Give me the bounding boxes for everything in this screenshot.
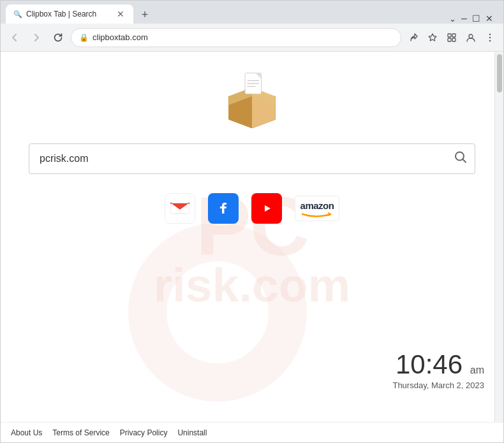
youtube-link[interactable] [251,193,282,224]
active-tab[interactable]: 🔍 Clipbox Tab | Search ✕ [6,4,133,24]
new-tab-button[interactable]: + [136,6,154,24]
address-bar[interactable]: 🔒 clipboxtab.com [71,28,401,47]
window-minimize-button[interactable]: – [461,13,467,24]
svg-rect-3 [452,38,456,41]
clipbox-logo [214,64,290,131]
window-expand-icon[interactable]: ⌄ [449,14,456,24]
gmail-link[interactable] [165,193,195,224]
clock-time: 10:46 am [392,351,484,378]
address-text: clipboxtab.com [93,33,393,42]
extensions-icon[interactable] [443,29,460,46]
amazon-link[interactable]: amazon [295,196,339,221]
search-button[interactable] [454,150,468,168]
profile-icon[interactable] [463,29,479,46]
footer: About Us Terms of Service Privacy Policy… [1,422,503,442]
svg-rect-0 [448,34,451,37]
navigation-bar: 🔒 clipboxtab.com [1,24,503,52]
share-icon[interactable] [405,29,422,46]
clock-time-value: 10:46 [396,349,463,379]
clock-ampm: am [470,365,484,375]
window-close-button[interactable]: ✕ [485,13,493,24]
back-button[interactable] [6,29,24,47]
uninstall-link[interactable]: Uninstall [177,428,207,437]
tabs-row: 🔍 Clipbox Tab | Search ✕ + ⌄ – ☐ ✕ [1,1,503,24]
search-input[interactable] [29,143,475,174]
reload-button[interactable] [49,29,67,47]
svg-point-4 [469,34,473,38]
svg-rect-2 [448,38,451,41]
tab-favicon: 🔍 [13,10,22,18]
privacy-policy-link[interactable]: Privacy Policy [120,428,168,437]
amazon-text: amazon [300,200,334,211]
lock-icon: 🔒 [79,33,89,42]
svg-point-6 [489,36,491,38]
terms-of-service-link[interactable]: Terms of Service [52,428,109,437]
about-us-link[interactable]: About Us [11,428,42,437]
page-content: PC risk.com [1,52,503,442]
tab-close-button[interactable]: ✕ [115,8,126,20]
browser-frame: 🔍 Clipbox Tab | Search ✕ + ⌄ – ☐ ✕ 🔒 cli… [0,0,504,443]
tab-title: Clipbox Tab | Search [26,10,112,18]
bookmark-icon[interactable] [424,29,441,46]
window-maximize-button[interactable]: ☐ [472,13,480,24]
search-container [29,143,475,174]
main-area: amazon 10:46 am Thursday, March 2, 2023 [1,52,503,422]
svg-point-7 [489,40,491,41]
quick-links: amazon [165,193,339,224]
svg-rect-1 [452,34,456,37]
menu-icon[interactable] [482,29,498,46]
clock-date: Thursday, March 2, 2023 [392,381,484,390]
svg-point-5 [489,33,491,34]
browser-toolbar-icons [405,29,498,46]
forward-button[interactable] [27,29,45,47]
facebook-link[interactable] [208,193,239,224]
clock-widget: 10:46 am Thursday, March 2, 2023 [392,351,484,390]
